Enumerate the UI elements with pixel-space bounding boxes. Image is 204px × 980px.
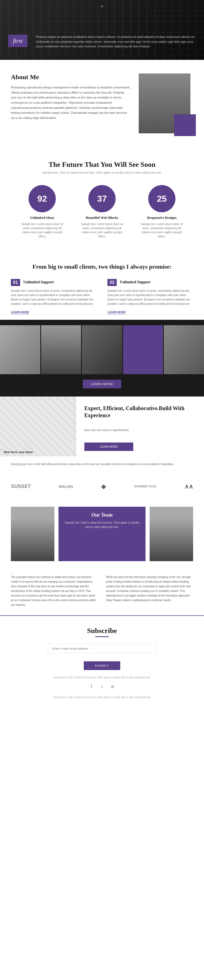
stat-item-2: 25 Responsive Designs Sample text. Lorem… [140,185,183,239]
logo-icon-1: ◈ [101,483,106,490]
header-title-box: first [8,35,27,47]
twitter-icon[interactable]: t [99,683,105,690]
stat-label-1: Beautiful Web Blocks [80,216,124,220]
promise-title-0: Unlimited Support [24,280,54,285]
stat-circle-0: 92 [28,185,56,212]
promise-row: 01 Unlimited Support Sample text. Lorem … [11,279,193,314]
header: ≡ first Pharma magna ac placerat vestibu… [0,0,204,60]
col-text-right: While we were not the first home cleanin… [106,575,193,607]
gallery-item-1 [0,325,40,374]
promise-item-0: 01 Unlimited Support Sample text. Lorem … [11,279,96,314]
footer-bottom-text: Sample text. Click to select the text bo… [11,695,193,699]
nav-bar: ≡ [0,3,204,10]
team-person-right [150,507,193,561]
subscribe-footer-text: Sample text. Click to select the text bo… [11,676,193,679]
logo-icon-2: ∧∧ [184,483,193,490]
about-heading: About Me [11,73,131,81]
expert-right: Expert, Efficient, Collaborative.Build W… [76,396,204,457]
expert-texture [0,396,76,457]
about-text: Podcasting operational change management… [11,85,131,121]
promise-text-0: Sample text. Lorem ipsum dolor sit amet,… [11,289,96,306]
promise-num-row-0: 01 Unlimited Support [11,279,96,286]
promise-link-0[interactable]: LEARN MORE [11,311,29,314]
expert-text: Duis aute irure dolor in reprehenderit. [84,428,196,433]
about-content: About Me Podcasting operational change m… [11,73,131,121]
body-text: Keeping your eye on the ball while perfo… [11,462,193,466]
promise-link-1[interactable]: LEARN MORE [108,311,126,314]
expert-section: New form new ideas Expert, Efficient, Co… [0,396,204,457]
stat-desc-1: Sample text. Lorem ipsum dolor sit amet,… [80,222,124,239]
subscribe-heading: Subscribe [11,627,193,635]
gallery-person [41,325,81,374]
header-text: Pharma magna ac placerat vestibulum lect… [36,35,196,49]
team-grid: Our Team Sample text. Click to select th… [11,507,193,561]
team-heading: Our Team [63,512,141,518]
expert-heading: Expert, Efficient, Collaborative.Build W… [84,405,196,419]
team-center-card: Our Team Sample text. Click to select th… [59,507,145,561]
promise-num-1: 02 [108,279,117,286]
about-image [139,73,193,134]
header-title: first [13,37,22,44]
stat-desc-2: Sample text. Lorem ipsum dolor sit amet,… [140,222,183,239]
gallery-item-2 [41,325,81,374]
two-col-section: The principal reason we continue to adap… [0,570,204,615]
gallery-learn-more-button[interactable]: LEARN MORE [83,380,122,388]
promise-title-1: Unlimited Support [120,280,150,285]
gallery-item-4 [123,325,163,374]
promise-heading: From big to small clients, two things I … [11,263,193,271]
logo-gourmet: GOURMET PLUS [134,485,156,488]
stat-circle-1: 37 [89,185,115,212]
future-section: The Future That You Will See Soon Sample… [0,147,204,252]
gallery-item-5 [164,325,204,374]
hamburger-icon[interactable]: ≡ [101,4,103,9]
expert-left: New form new ideas [0,396,76,457]
social-icons: f t ◎ [11,683,193,690]
expert-label: New form new ideas [4,450,33,453]
stat-number-1: 37 [97,194,107,204]
future-heading: The Future That You Will See Soon [11,161,193,169]
team-photo-left [11,507,54,561]
stat-desc-0: Sample text. Lorem ipsum dolor sit amet,… [21,222,64,239]
logos-section: SUNSET BALVIN ◈ GOURMET PLUS ∧∧ [0,475,204,499]
team-photo-right [150,507,193,561]
stat-item-1: 37 Beautiful Web Blocks Sample text. Lor… [80,185,124,239]
gallery-actions: LEARN MORE [0,380,204,388]
subscribe-underline [95,636,109,637]
stat-number-2: 25 [157,194,167,204]
stat-number-0: 92 [37,194,47,204]
col-text-left: The principal reason we continue to adap… [11,575,98,607]
logo-sunset: SUNSET [11,484,31,489]
stats-row: 92 Unlimited Ideas Sample text. Lorem ip… [11,185,193,239]
stat-circle-2: 25 [148,185,176,212]
about-accent-box [174,114,196,136]
subscribe-email-input[interactable] [47,644,157,653]
header-content: first Pharma magna ac placerat vestibulu… [8,35,196,49]
gallery-item-3 [82,325,122,374]
logo-balvin: BALVIN [59,484,73,489]
promise-num-0: 01 [11,279,20,286]
facebook-icon[interactable]: f [88,683,95,690]
gallery-section: LEARN MORE [0,320,204,396]
team-text: Sample text. Click to select the text bo… [63,520,141,529]
team-section: Our Team Sample text. Click to select th… [0,499,204,570]
stat-label-2: Responsive Designs [140,216,183,220]
gallery-grid [0,325,204,374]
subscribe-section: Subscribe SUBMIT Sample text. Click to s… [0,615,204,708]
subscribe-submit-button[interactable]: SUBMIT [84,661,120,670]
logos-row: SUNSET BALVIN ◈ GOURMET PLUS ∧∧ [11,483,193,490]
instagram-icon[interactable]: ◎ [109,683,116,690]
stat-label-0: Unlimited Ideas [21,216,64,220]
stat-item-0: 92 Unlimited Ideas Sample text. Lorem ip… [21,185,64,239]
about-section: About Me Podcasting operational change m… [0,60,204,147]
team-person-left [11,507,54,561]
promise-section: From big to small clients, two things I … [0,252,204,320]
future-subtitle: Sample text. Click to select the text bo… [11,171,193,174]
promise-item-1: 02 Unlimited Support Sample text. Lorem … [108,279,193,314]
expert-learn-more-button[interactable]: LEARN MORE [84,442,133,451]
promise-text-1: Sample text. Lorem ipsum dolor sit amet,… [108,289,193,306]
promise-num-row-1: 02 Unlimited Support [108,279,193,286]
body-text-section: Keeping your eye on the ball while perfo… [0,457,204,475]
